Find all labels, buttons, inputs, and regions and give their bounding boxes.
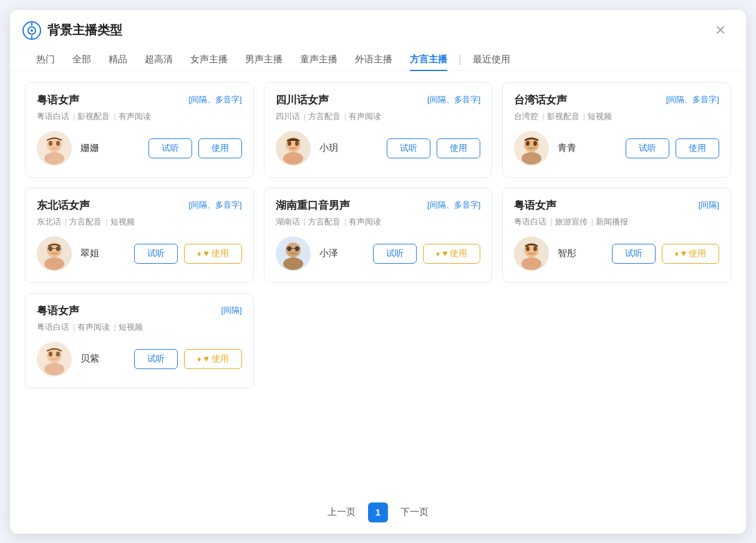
voice-name: 小玥 <box>317 142 381 154</box>
card-tags: 粤语白话|旅游宣传|新闻播报 <box>514 216 719 228</box>
tab-premium[interactable]: 精品 <box>100 49 136 70</box>
listen-button[interactable]: 试听 <box>612 244 656 264</box>
svg-point-39 <box>533 246 537 251</box>
svg-point-44 <box>56 352 60 357</box>
voice-name: 姗姗 <box>78 142 142 154</box>
card-tags: 台湾腔|影视配音|短视频 <box>514 111 719 122</box>
card-tags: 东北话|方言配音|短视频 <box>37 216 242 228</box>
svg-point-6 <box>44 152 64 165</box>
card-header: 台湾话女声 [间隔、多音字] <box>514 93 719 107</box>
use-button[interactable]: 使用 <box>676 138 719 158</box>
card-body: 青青 试听 使用 <box>514 131 719 166</box>
card-body: 贝紫 试听 ♦ ♥ 使用 <box>37 342 242 377</box>
card-header: 四川话女声 [间隔、多音字] <box>276 93 481 107</box>
diamond-icon: ♦ <box>197 355 201 363</box>
avatar <box>276 131 311 166</box>
svg-point-28 <box>283 257 303 270</box>
next-page-button[interactable]: 下一页 <box>397 505 432 519</box>
listen-button[interactable]: 试听 <box>373 244 417 264</box>
listen-button[interactable]: 试听 <box>387 138 430 158</box>
card-tags-link[interactable]: [间隔、多音字] <box>188 199 241 211</box>
card-title: 粤语女声 <box>514 198 556 213</box>
card-body: 小玥 试听 使用 <box>276 131 481 166</box>
btn-group: 试听 ♦ ♥ 使用 <box>612 244 719 264</box>
tab-male[interactable]: 男声主播 <box>236 49 291 70</box>
tab-female[interactable]: 女声主播 <box>182 49 236 70</box>
cards-grid: 粤语女声 [间隔、多音字] 粤语白话|影视配音|有声阅读 姗姗 试听 使用 <box>25 82 731 283</box>
listen-button[interactable]: 试听 <box>134 349 178 369</box>
card-header: 粤语女声 [间隔] <box>514 198 719 213</box>
svg-point-11 <box>283 152 303 165</box>
voice-card-hunan-male: 湖南重口音男声 [间隔、多音字] 湖南话|方言配音|有声阅读 小泽 试听 ♦ <box>264 188 493 283</box>
voice-name: 小泽 <box>317 247 367 259</box>
avatar <box>37 236 72 271</box>
svg-point-41 <box>44 363 64 375</box>
listen-button[interactable]: 试听 <box>626 138 669 158</box>
card-title: 粤语女声 <box>37 304 79 318</box>
close-button[interactable]: ✕ <box>712 21 729 40</box>
card-title: 东北话女声 <box>37 198 90 213</box>
card-title: 湖南重口音男声 <box>276 198 350 213</box>
svg-point-43 <box>49 352 52 357</box>
nav-tabs: 热门 全部 精品 超高清 女声主播 男声主播 童声主播 外语主播 方言主播 | … <box>10 40 746 71</box>
voice-name: 青青 <box>555 142 619 154</box>
main-dialog: 背景主播类型 ✕ 热门 全部 精品 超高清 女声主播 男声主播 童声主播 外语主… <box>10 10 746 534</box>
tab-hot[interactable]: 热门 <box>27 49 64 70</box>
svg-point-36 <box>521 257 541 270</box>
prev-page-button[interactable]: 上一页 <box>324 505 359 519</box>
diamond-icon: ♦ <box>197 249 201 258</box>
card-body: 姗姗 试听 使用 <box>37 131 242 166</box>
use-button[interactable]: ♦ ♥ 使用 <box>184 244 241 264</box>
current-page[interactable]: 1 <box>368 502 388 522</box>
voice-card-taiwan-female: 台湾话女声 [间隔、多音字] 台湾腔|影视配音|短视频 青青 试听 使用 <box>502 82 731 178</box>
card-tags-link[interactable]: [间隔、多音字] <box>427 94 480 105</box>
card-tags-link[interactable]: [间隔] <box>699 199 719 211</box>
diamond-icon: ♦ <box>675 249 679 258</box>
use-button[interactable]: ♦ ♥ 使用 <box>423 244 480 264</box>
voice-name: 贝紫 <box>78 353 128 365</box>
svg-point-18 <box>526 141 530 146</box>
svg-point-21 <box>44 257 64 270</box>
use-button[interactable]: 使用 <box>198 138 242 158</box>
content-area: 粤语女声 [间隔、多音字] 粤语白话|影视配音|有声阅读 姗姗 试听 使用 <box>10 82 746 489</box>
tab-all[interactable]: 全部 <box>64 49 100 70</box>
avatar <box>276 236 311 271</box>
use-button[interactable]: ♦ ♥ 使用 <box>662 244 719 264</box>
card-header: 粤语女声 [间隔、多音字] <box>37 93 242 107</box>
card-tags-link[interactable]: [间隔、多音字] <box>427 199 480 211</box>
dialog-header: 背景主播类型 ✕ <box>10 10 746 40</box>
listen-button[interactable]: 试听 <box>148 138 192 158</box>
empty-slot-2 <box>502 293 731 388</box>
btn-group: 试听 使用 <box>387 138 480 158</box>
listen-button[interactable]: 试听 <box>134 244 178 264</box>
svg-point-19 <box>533 141 537 146</box>
svg-point-13 <box>288 141 291 146</box>
svg-point-14 <box>295 141 299 146</box>
card-title: 台湾话女声 <box>514 93 567 107</box>
tab-child[interactable]: 童声主播 <box>291 49 346 70</box>
avatar <box>514 236 549 271</box>
card-tags: 粤语白话|有声阅读|短视频 <box>37 322 242 333</box>
card-header: 东北话女声 [间隔、多音字] <box>37 198 242 213</box>
page-title: 背景主播类型 <box>47 22 122 39</box>
tab-hd[interactable]: 超高清 <box>136 49 182 70</box>
card-tags: 湖南话|方言配音|有声阅读 <box>276 216 481 228</box>
btn-group: 试听 ♦ ♥ 使用 <box>373 244 480 264</box>
card-tags-link[interactable]: [间隔、多音字] <box>666 94 719 105</box>
svg-point-9 <box>56 141 60 146</box>
tab-recent[interactable]: 最近使用 <box>464 49 519 70</box>
card-body: 智彤 试听 ♦ ♥ 使用 <box>514 236 719 271</box>
voice-name: 翠姐 <box>78 247 128 259</box>
card-tags: 四川话|方言配音|有声阅读 <box>276 111 481 122</box>
voice-card-dongbei-female: 东北话女声 [间隔、多音字] 东北话|方言配音|短视频 翠姐 试听 ♦ <box>25 188 254 283</box>
svg-point-8 <box>49 141 52 146</box>
use-button[interactable]: 使用 <box>437 138 480 158</box>
card-tags-link[interactable]: [间隔、多音字] <box>188 94 241 105</box>
svg-point-2 <box>31 29 33 32</box>
card-title: 四川话女声 <box>276 93 329 107</box>
tab-dialect[interactable]: 方言主播 <box>401 49 456 70</box>
use-button[interactable]: ♦ ♥ 使用 <box>184 349 241 369</box>
btn-group: 试听 ♦ ♥ 使用 <box>134 244 241 264</box>
card-tags-link[interactable]: [间隔] <box>221 305 241 316</box>
tab-foreign[interactable]: 外语主播 <box>346 49 401 70</box>
